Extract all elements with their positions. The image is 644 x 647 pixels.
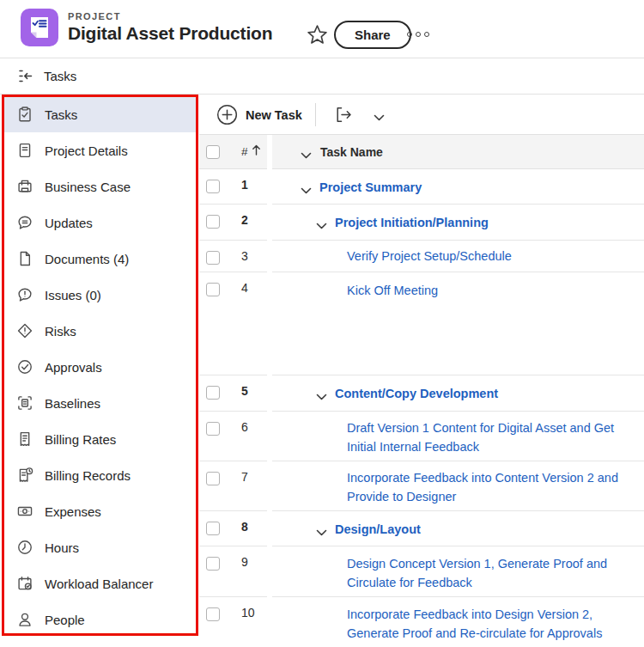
tasks-icon [16,106,33,123]
billing-rates-icon [16,430,33,448]
sidebar-item-documents[interactable]: Documents (4) [4,241,197,277]
table-row: 3 Verify Project Setup/Schedule [199,241,644,272]
sidebar-item-billing-records[interactable]: Billing Records [4,457,197,493]
row-checkbox[interactable] [206,472,220,485]
sidebar-item-expenses[interactable]: Expenses [4,493,197,529]
task-name-link[interactable]: Verify Project Setup/Schedule [347,247,512,266]
collapse-chevron-icon[interactable] [316,218,327,226]
task-name-link[interactable]: Design/Layout [335,520,421,539]
collapse-chevron-icon[interactable] [301,183,312,191]
sidebar-item-label: Billing Records [45,468,131,483]
sidebar-item-label: Approvals [45,360,102,375]
sidebar-item-risks[interactable]: Risks [4,313,197,349]
risks-icon [16,322,33,339]
row-checkbox[interactable] [206,215,220,229]
sidebar-item-label: Tasks [45,107,77,122]
updates-icon [16,214,33,231]
sidebar-item-label: Billing Rates [45,432,116,447]
task-name-link[interactable]: Content/Copy Development [335,384,498,403]
sidebar-item-label: Updates [45,216,93,230]
row-checkbox[interactable] [206,557,220,571]
row-number: 7 [241,470,248,484]
toolbar-divider [315,103,316,126]
column-header-number[interactable]: # [241,144,261,158]
favorite-star-icon[interactable] [306,23,329,46]
project-header: PROJECT Digital Asset Production Share [0,0,644,58]
business-case-icon [16,178,33,195]
sidebar-item-label: Hours [45,540,79,555]
row-checkbox[interactable] [206,283,220,296]
sidebar-item-workload-balancer[interactable]: Workload Balancer [4,565,197,601]
approvals-icon [16,358,33,375]
row-checkbox[interactable] [206,386,220,400]
row-number: 5 [241,384,248,398]
sidebar-item-label: Risks [45,324,76,339]
sidebar-item-project-details[interactable]: Project Details [4,132,197,168]
table-header-name-cell: Task Name [272,135,644,169]
row-number: 2 [241,213,248,227]
sidebar-item-updates[interactable]: Updates [4,204,197,241]
table-row: 6 Draft Version 1 Content for Digital As… [199,412,644,461]
sidebar-item-label: Expenses [45,504,101,519]
table-row: 7 Incorporate Feedback into Content Vers… [199,461,644,511]
row-checkbox[interactable] [206,251,220,265]
row-checkbox[interactable] [206,607,220,621]
more-options-icon[interactable] [407,28,433,40]
collapse-chevron-icon[interactable] [316,525,327,533]
collapse-chevron-icon[interactable] [316,389,327,397]
row-number: 9 [241,555,248,569]
collapse-all-chevron-icon[interactable] [301,148,312,156]
table-header-number-cell: # [199,135,267,169]
sidebar-item-label: Documents (4) [45,252,129,266]
sidebar-item-label: Baselines [45,396,100,411]
column-header-task-name[interactable]: Task Name [320,145,383,159]
section-title: Tasks [44,69,76,83]
table-row: 2 Project Initiation/Planning [199,204,644,241]
task-name-link[interactable]: Draft Version 1 Content for Digital Asse… [347,418,634,456]
task-name-link[interactable]: Incorporate Feedback into Content Versio… [347,468,634,506]
task-name-link[interactable]: Project Initiation/Planning [335,213,489,232]
table-header: # Task Name [199,135,644,169]
new-task-button[interactable]: New Task [216,102,302,127]
export-icon[interactable] [333,104,355,125]
table-row: 4 Kick Off Meeting [199,272,644,375]
select-all-checkbox[interactable] [206,145,220,159]
new-task-label: New Task [246,108,302,122]
expenses-icon [16,503,33,520]
task-name-link[interactable]: Incorporate Feedback into Design Version… [347,605,634,643]
row-number: 8 [241,520,248,534]
task-name-link[interactable]: Project Summary [319,178,422,197]
tasks-toolbar: New Task [199,95,644,135]
task-name-link[interactable]: Kick Off Meeting [347,281,438,300]
page-title: Digital Asset Production [68,23,272,44]
workload-balancer-icon [16,575,33,592]
export-menu-chevron-icon[interactable] [374,110,385,118]
sidebar-item-label: Issues (0) [45,288,101,302]
sidebar-item-approvals[interactable]: Approvals [4,349,197,385]
sidebar-item-issues[interactable]: Issues (0) [4,277,197,313]
task-name-link[interactable]: Design Concept Version 1, Generate Proof… [347,554,634,592]
collapse-panel-icon[interactable] [16,67,34,85]
row-checkbox[interactable] [206,180,220,193]
sidebar-item-billing-rates[interactable]: Billing Rates [4,421,197,457]
sidebar-item-label: Workload Balancer [45,577,153,591]
issues-icon [16,286,33,303]
table-row: 10 Incorporate Feedback into Design Vers… [199,597,644,647]
sidebar-item-baselines[interactable]: Baselines [4,385,197,421]
sidebar-item-business-case[interactable]: Business Case [4,168,197,204]
sidebar-item-hours[interactable]: Hours [4,529,197,565]
share-button-label: Share [355,27,391,42]
row-number: 1 [241,178,248,192]
row-checkbox[interactable] [206,422,220,436]
row-checkbox[interactable] [206,522,220,535]
sidebar-item-people[interactable]: People [4,601,197,638]
row-number: 6 [241,420,248,434]
workfront-project-page: PROJECT Digital Asset Production Share T… [0,0,644,647]
sidebar-item-label: People [45,613,85,627]
sidebar-item-tasks[interactable]: Tasks [4,96,197,132]
plus-circle-icon [216,104,238,125]
table-row: 9 Design Concept Version 1, Generate Pro… [199,546,644,597]
share-button[interactable]: Share [334,21,411,49]
sort-ascending-icon [252,144,261,158]
project-type-label: PROJECT [68,11,272,21]
